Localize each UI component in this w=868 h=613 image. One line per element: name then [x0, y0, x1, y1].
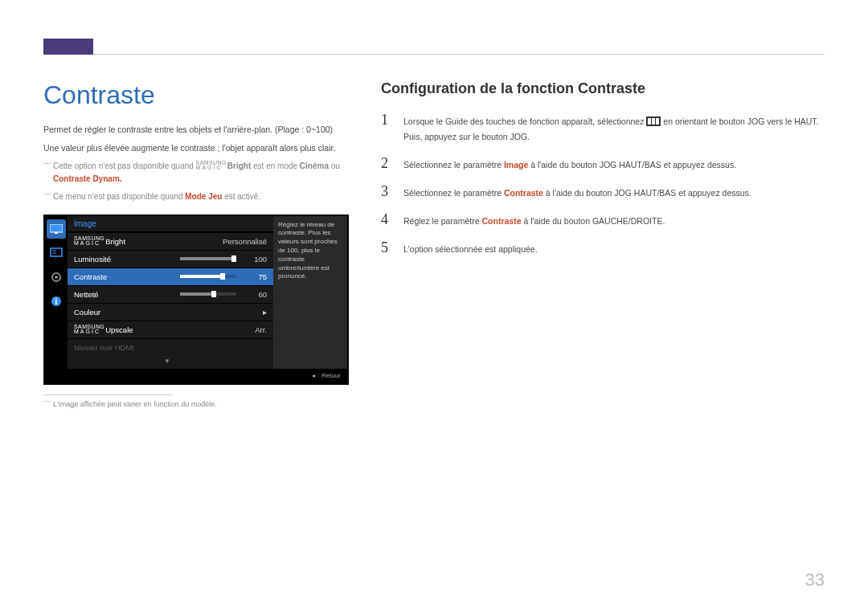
step-3: 3 Sélectionnez le paramètre Contraste à …: [381, 183, 825, 200]
footnote-divider: [43, 394, 172, 395]
svg-rect-0: [50, 224, 63, 232]
top-divider: [93, 54, 825, 55]
osd-row-luminosite[interactable]: Luminosité 100: [68, 250, 273, 268]
page-number: 33: [805, 570, 825, 591]
samsung-magic-logo: SAMSUNGMAGIC: [74, 325, 104, 334]
svg-rect-10: [648, 118, 651, 125]
page-title: Contraste: [43, 80, 349, 110]
osd-row-nettete[interactable]: Netteté 60: [68, 285, 273, 303]
step-5: 5 L'option sélectionnée est appliquée.: [381, 239, 825, 256]
step-1: 1 Lorsque le Guide des touches de foncti…: [381, 112, 825, 144]
osd-footer: ◂ Retour: [45, 369, 347, 383]
svg-rect-1: [55, 232, 58, 234]
osd-row-bright[interactable]: SAMSUNGMAGICBright Personnalisé: [68, 232, 273, 250]
osd-sidebar: i: [45, 216, 68, 369]
osd-row-upscale[interactable]: SAMSUNGMAGICUpscale Arr.: [68, 321, 273, 338]
contraste-slider[interactable]: [180, 275, 236, 278]
svg-point-6: [55, 276, 58, 279]
nettete-slider[interactable]: [180, 292, 236, 296]
chevron-down-icon[interactable]: ▼: [68, 358, 170, 365]
note-1: Cette option n'est pas disponible quand …: [43, 160, 349, 186]
back-arrow-icon[interactable]: ◂: [312, 372, 315, 379]
step-2: 2 Sélectionnez le paramètre Image à l'ai…: [381, 155, 825, 172]
osd-retour[interactable]: Retour: [321, 372, 341, 379]
osd-menu-title: Image: [68, 216, 273, 232]
gear-icon[interactable]: [47, 268, 66, 287]
section-heading: Configuration de la fonction Contraste: [381, 80, 825, 97]
step-4: 4 Réglez le paramètre Contraste à l'aide…: [381, 211, 825, 228]
osd-row-contraste[interactable]: Contraste 75: [68, 268, 273, 285]
svg-text:i: i: [55, 297, 58, 306]
luminosite-slider[interactable]: [180, 257, 236, 260]
osd-row-hdmi: Niveau noir HDMI: [68, 338, 273, 356]
osd-tooltip: Réglez le niveau de contraste. Plus les …: [273, 216, 347, 369]
osd-panel: i Image SAMSUNGMAGICBright Personnalisé …: [43, 215, 349, 385]
svg-rect-11: [652, 118, 655, 125]
info-icon[interactable]: i: [47, 292, 66, 311]
display-icon[interactable]: [47, 243, 66, 263]
note-2: Ce menu n'est pas disponible quand Mode …: [43, 190, 349, 203]
svg-rect-2: [51, 248, 62, 256]
samsung-magic-logo: SAMSUNGMAGIC: [74, 236, 104, 246]
intro-line1: Permet de régler le contraste entre les …: [43, 123, 349, 137]
osd-row-couleur[interactable]: Couleur ▸: [68, 303, 273, 321]
svg-rect-12: [656, 118, 659, 125]
accent-bar: [43, 39, 93, 55]
menu-icon: [646, 116, 661, 130]
samsung-magic-logo: SAMSUNGMAGIC: [196, 161, 227, 170]
intro-line2: Une valeur plus élevée augmente le contr…: [43, 141, 349, 155]
image-footnote: L'image affichée peut varier en fonction…: [43, 400, 349, 408]
monitor-icon[interactable]: [47, 219, 66, 239]
